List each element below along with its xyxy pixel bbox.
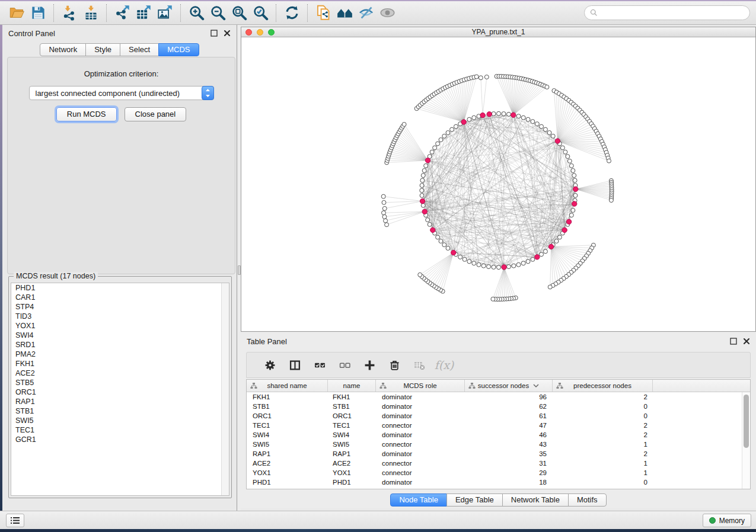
zoom-fit-button[interactable] [228, 3, 250, 23]
table-cell[interactable]: SWI4 [328, 431, 376, 438]
import-table-button[interactable] [80, 3, 101, 23]
table-row[interactable]: FKH1FKH1dominator962 [247, 392, 742, 402]
mcds-list-item[interactable]: ORC1 [11, 387, 229, 397]
table-cell[interactable]: TEC1 [247, 422, 328, 429]
open-folder-button[interactable] [6, 3, 27, 23]
table-cell[interactable]: 2 [553, 450, 653, 457]
table-cell[interactable]: 1 [553, 441, 653, 448]
table-row[interactable]: TEC1TEC1connector472 [247, 421, 742, 430]
mcds-list-item[interactable]: CAR1 [11, 293, 229, 302]
table-cell[interactable]: STB1 [247, 403, 328, 410]
columns-button[interactable] [282, 354, 307, 376]
table-cell[interactable]: connector [376, 469, 465, 476]
table-cell[interactable]: PHD1 [328, 479, 376, 486]
export-table-button[interactable] [133, 3, 154, 23]
table-cell[interactable]: SWI5 [247, 441, 328, 448]
optimization-criterion-select[interactable]: largest connected component (undirected) [29, 86, 214, 100]
mcds-list-scrollbar[interactable] [221, 283, 229, 495]
tab-network[interactable]: Network [40, 43, 86, 56]
table-cell[interactable]: 31 [465, 460, 553, 467]
table-cell[interactable]: 47 [465, 422, 553, 429]
zoom-out-button[interactable] [207, 3, 228, 23]
mcds-list-item[interactable]: YOX1 [11, 321, 229, 331]
table-cell[interactable]: 96 [465, 393, 553, 400]
table-cell[interactable]: ORC1 [247, 412, 328, 419]
table-cell[interactable]: YOX1 [247, 469, 328, 476]
table-cell[interactable]: 0 [553, 403, 653, 410]
table-cell[interactable]: 35 [465, 450, 553, 457]
export-network-button[interactable] [111, 3, 133, 23]
delete-button[interactable] [382, 354, 407, 376]
first-neighbors-button[interactable] [334, 3, 355, 23]
add-button[interactable] [357, 354, 382, 376]
run-mcds-button[interactable]: Run MCDS [56, 107, 117, 121]
import-network-button[interactable] [59, 3, 80, 23]
close-table-panel-icon[interactable] [743, 338, 750, 345]
network-window-titlebar[interactable]: YPA_prune.txt_1 [241, 27, 755, 37]
new-network-from-selection-button[interactable] [312, 3, 334, 23]
table-cell[interactable]: FKH1 [247, 393, 328, 400]
table-cell[interactable]: 1 [553, 469, 653, 476]
table-cell[interactable]: 29 [465, 469, 553, 476]
table-row[interactable]: RAP1RAP1dominator352 [247, 449, 742, 459]
column-header-predecessor-nodes[interactable]: predecessor nodes [553, 380, 653, 392]
column-header-mcds-role[interactable]: MCDS role [376, 380, 465, 392]
table-cell[interactable]: ORC1 [328, 412, 376, 419]
table-row[interactable]: YOX1YOX1connector291 [247, 468, 742, 477]
column-header-name[interactable]: name [328, 380, 376, 392]
zoom-selected-button[interactable] [250, 3, 271, 23]
tab-select[interactable]: Select [120, 43, 159, 56]
table-cell[interactable]: dominator [376, 431, 465, 438]
table-cell[interactable]: dominator [376, 403, 465, 410]
mcds-list-item[interactable]: SWI5 [11, 416, 229, 425]
mcds-list-item[interactable]: STB1 [11, 406, 229, 416]
table-cell[interactable]: ACE2 [328, 460, 376, 467]
mcds-result-list[interactable]: PHD1CAR1STP4TID3YOX1SWI4SRD1PMA2FKH1ACE2… [11, 283, 229, 496]
mcds-list-item[interactable]: RAP1 [11, 397, 229, 406]
table-row[interactable]: ACE2ACE2connector311 [247, 459, 742, 468]
table-row[interactable]: STB1STB1dominator620 [247, 402, 742, 411]
network-canvas[interactable] [241, 37, 755, 331]
table-cell[interactable]: 0 [553, 479, 653, 486]
table-scrollbar-thumb[interactable] [744, 395, 749, 448]
refresh-button[interactable] [281, 3, 302, 23]
tab-motifs[interactable]: Motifs [568, 493, 607, 507]
table-cell[interactable]: dominator [376, 450, 465, 457]
table-cell[interactable]: RAP1 [328, 450, 376, 457]
save-session-button[interactable] [27, 3, 49, 23]
close-panel-button[interactable]: Close panel [125, 107, 187, 121]
close-panel-icon[interactable] [224, 30, 231, 37]
table-cell[interactable]: 2 [553, 393, 653, 400]
memory-button[interactable]: Memory [703, 514, 751, 527]
table-cell[interactable]: 0 [553, 412, 653, 419]
table-cell[interactable]: ACE2 [247, 460, 328, 467]
zoom-in-button[interactable] [186, 3, 207, 23]
tab-mcds[interactable]: MCDS [158, 43, 199, 56]
table-cell[interactable]: STB1 [328, 403, 376, 410]
table-cell[interactable]: RAP1 [247, 450, 328, 457]
select-all-button[interactable] [307, 354, 332, 376]
table-cell[interactable]: 62 [465, 403, 553, 410]
float-table-panel-icon[interactable] [730, 338, 737, 345]
table-cell[interactable]: connector [376, 422, 465, 429]
mcds-list-item[interactable]: TID3 [11, 312, 229, 321]
column-header-shared-name[interactable]: shared name [247, 380, 328, 392]
mcds-list-item[interactable]: TEC1 [11, 425, 229, 435]
table-cell[interactable]: dominator [376, 412, 465, 419]
table-cell[interactable]: PHD1 [247, 479, 328, 486]
table-row[interactable]: SWI4SWI4dominator462 [247, 430, 742, 440]
tab-style[interactable]: Style [85, 43, 120, 56]
table-cell[interactable]: FKH1 [328, 393, 376, 400]
table-cell[interactable]: 1 [553, 460, 653, 467]
mcds-list-item[interactable]: PMA2 [11, 350, 229, 359]
mcds-list-item[interactable]: STP4 [11, 302, 229, 312]
tab-edge-table[interactable]: Edge Table [446, 493, 503, 507]
mcds-list-item[interactable]: GCR1 [11, 435, 229, 444]
mcds-list-item[interactable]: PHD1 [11, 283, 229, 293]
tab-node-table[interactable]: Node Table [390, 493, 447, 507]
settings-button[interactable] [257, 354, 282, 376]
table-row[interactable]: PHD1PHD1dominator180 [247, 477, 742, 487]
mcds-list-item[interactable]: SWI4 [11, 331, 229, 340]
hide-selected-button[interactable] [355, 3, 377, 23]
task-history-button[interactable] [6, 514, 24, 527]
